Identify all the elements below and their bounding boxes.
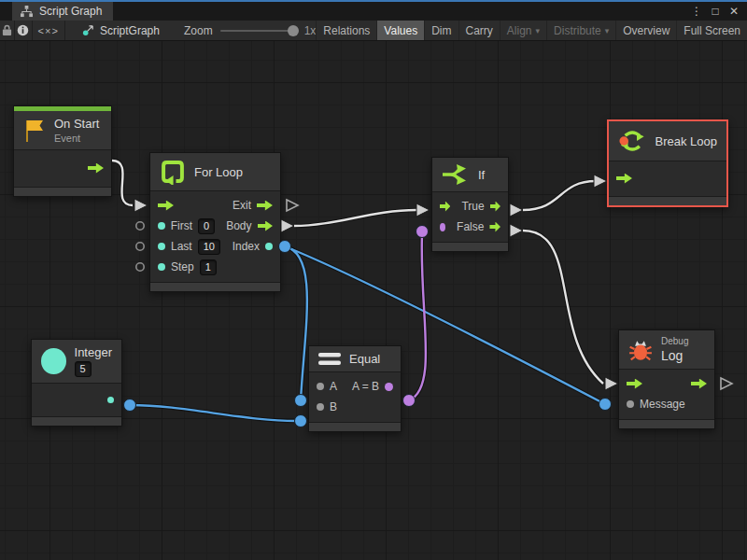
port-forloop-first-unconnected[interactable]	[136, 222, 144, 230]
last-input-port[interactable]	[158, 243, 165, 250]
node-footer	[32, 416, 121, 426]
port-equal-a-connection-dot[interactable]	[295, 395, 307, 407]
step-value-field[interactable]: 1	[200, 259, 217, 275]
bug-icon	[628, 338, 653, 362]
node-debug-log-header[interactable]: Debug Log	[619, 330, 714, 370]
node-break-loop-header[interactable]: Break Loop	[609, 121, 726, 161]
condition-input-port[interactable]	[440, 223, 445, 231]
integer-icon	[41, 348, 66, 374]
flow-input-port[interactable]	[440, 202, 450, 212]
graph-toolbar: <×> ScriptGraph Zoom 1x Relations Values…	[0, 21, 747, 41]
align-dropdown[interactable]: Align▾	[500, 21, 546, 40]
zoom-value: 1x	[304, 24, 317, 37]
wire-onstart-to-forloop	[112, 161, 133, 205]
step-input-port[interactable]	[158, 263, 165, 271]
node-for-loop-header[interactable]: For Loop	[150, 153, 280, 191]
port-breakloop-flow-in-marker[interactable]	[594, 175, 607, 188]
port-debuglog-flow-in-marker[interactable]	[605, 377, 618, 390]
false-output-port[interactable]	[489, 222, 500, 232]
node-title: On Start	[54, 117, 99, 131]
first-input-port[interactable]	[158, 222, 165, 230]
index-output-port[interactable]	[265, 243, 273, 250]
port-if-false-out-marker[interactable]	[510, 224, 523, 237]
node-title: Log	[661, 348, 688, 363]
port-if-true-out-marker[interactable]	[510, 203, 523, 217]
body-output-port[interactable]	[258, 221, 273, 231]
trigger-output-port[interactable]	[88, 163, 104, 174]
window-menu-icon[interactable]: ⋮	[689, 5, 704, 18]
node-for-loop[interactable]: For Loop Exit First 0 Body	[149, 152, 281, 292]
tab-script-graph[interactable]: Script Graph	[12, 2, 113, 21]
port-debuglog-flow-out-unconnected[interactable]	[721, 378, 732, 389]
node-equal-header[interactable]: Equal	[309, 346, 401, 372]
port-equal-result-connection-dot[interactable]	[403, 395, 416, 407]
lock-icon	[2, 24, 12, 36]
tab-title: Script Graph	[39, 5, 102, 18]
zoom-slider-track[interactable]	[220, 30, 297, 32]
flow-input-port[interactable]	[158, 201, 174, 211]
overview-button[interactable]: Overview	[615, 21, 676, 40]
node-integer[interactable]: Integer 5	[31, 339, 122, 427]
port-message-connection-dot[interactable]	[599, 399, 612, 411]
exit-output-port[interactable]	[257, 201, 273, 211]
wire-integer-to-equal-b	[130, 405, 301, 421]
integer-output-port[interactable]	[107, 397, 114, 403]
node-break-loop-selected[interactable]: Break Loop	[607, 119, 728, 207]
node-equal[interactable]: Equal A A = B B	[308, 345, 402, 432]
values-button[interactable]: Values	[376, 21, 424, 40]
code-icon: <×>	[38, 25, 59, 36]
b-input-port[interactable]	[317, 403, 324, 411]
node-integer-header[interactable]: Integer 5	[32, 340, 121, 384]
code-preview-button[interactable]: <×>	[33, 21, 65, 40]
node-debug-log[interactable]: Debug Log Message	[618, 329, 715, 429]
distribute-dropdown[interactable]: Distribute▾	[546, 21, 615, 40]
relations-button[interactable]: Relations	[316, 21, 376, 40]
port-equal-b-connection-dot[interactable]	[295, 415, 307, 427]
flow-input-port[interactable]	[627, 379, 642, 389]
loop-icon	[160, 159, 186, 185]
port-if-flow-in-marker[interactable]	[416, 203, 430, 217]
last-value-field[interactable]: 10	[198, 239, 220, 255]
node-if-header[interactable]: If	[432, 158, 508, 192]
port-forloop-step-unconnected[interactable]	[136, 263, 144, 271]
message-input-port[interactable]	[627, 400, 634, 408]
info-icon	[17, 24, 29, 36]
window-maximize-icon[interactable]: □	[708, 5, 723, 18]
node-on-start-header[interactable]: On Start Event	[14, 111, 111, 150]
zoom-slider-handle[interactable]	[288, 25, 299, 36]
port-if-condition-connection-dot[interactable]	[416, 226, 429, 238]
node-footer	[619, 419, 714, 428]
node-on-start[interactable]: On Start Event	[13, 105, 112, 197]
script-graph-icon	[82, 24, 94, 36]
true-output-port[interactable]	[490, 202, 500, 212]
port-forloop-body-out-marker[interactable]	[281, 219, 294, 232]
result-output-port[interactable]	[385, 383, 393, 391]
window-close-icon[interactable]: ✕	[726, 5, 741, 18]
toolbar-toggle-group: Relations Values Dim Carry Align▾ Distri…	[316, 21, 747, 40]
graph-canvas[interactable]: On Start Event For Loop	[0, 41, 747, 560]
graph-name-group: ScriptGraph	[82, 21, 160, 40]
port-forloop-flow-in-marker[interactable]	[134, 199, 148, 212]
port-forloop-exit-unconnected[interactable]	[287, 200, 298, 211]
carry-button[interactable]: Carry	[458, 21, 500, 40]
b-label: B	[330, 400, 337, 413]
port-forloop-last-unconnected[interactable]	[136, 243, 144, 250]
full-screen-button[interactable]: Full Screen	[676, 21, 747, 40]
exit-label: Exit	[233, 199, 251, 212]
node-if[interactable]: If True False	[431, 157, 509, 252]
lock-button[interactable]	[0, 21, 15, 40]
first-value-field[interactable]: 0	[198, 218, 215, 234]
a-input-port[interactable]	[317, 383, 324, 390]
flow-output-port[interactable]	[691, 379, 707, 389]
node-title: For Loop	[194, 165, 243, 179]
integer-value-field[interactable]: 5	[75, 361, 92, 377]
info-button[interactable]	[15, 21, 32, 40]
step-label: Step	[171, 260, 194, 273]
port-integer-connection-dot[interactable]	[124, 399, 136, 412]
node-subtitle: Event	[54, 133, 99, 144]
dim-button[interactable]: Dim	[424, 21, 458, 40]
wire-false-to-debuglog	[523, 231, 603, 384]
break-loop-icon	[618, 127, 647, 155]
flow-input-port[interactable]	[616, 174, 632, 184]
node-title: If	[478, 168, 485, 182]
